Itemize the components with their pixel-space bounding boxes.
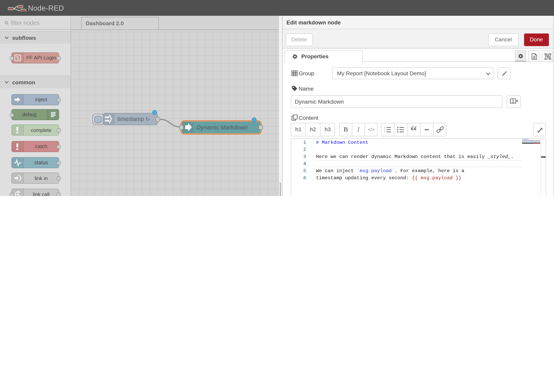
svg-text:timestamp ↻: timestamp ↻ bbox=[117, 116, 150, 122]
svg-text:Dynamic Markdown: Dynamic Markdown bbox=[196, 124, 248, 131]
svg-text:3: 3 bbox=[384, 131, 385, 133]
svg-text:2: 2 bbox=[384, 129, 385, 131]
svg-text:“: “ bbox=[410, 126, 417, 134]
